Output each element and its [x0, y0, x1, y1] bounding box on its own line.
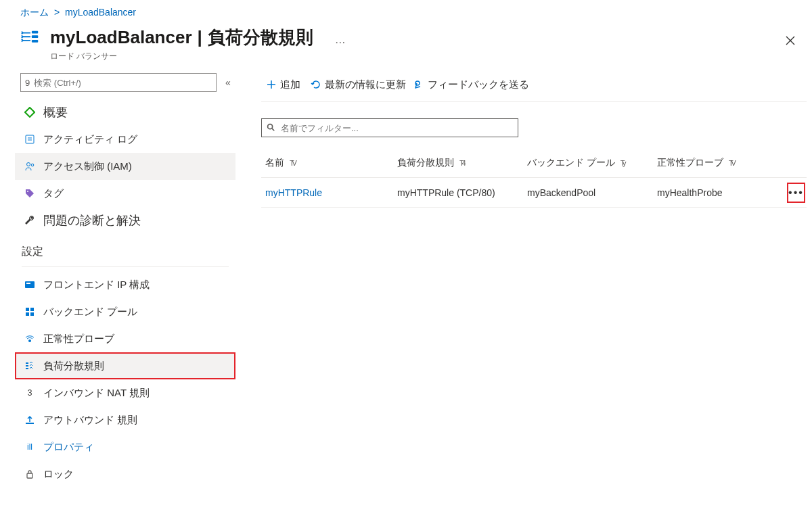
add-button[interactable]: 追加 [261, 76, 304, 94]
svg-point-16 [28, 339, 31, 342]
sidebar-item-label: アクティビティ ログ [43, 133, 137, 146]
rules-table: 名前 TV 負荷分散規則 T4 バックエンド プール Ty 正常性プローブ TV [261, 148, 807, 208]
sidebar-divider [22, 266, 229, 267]
col-header-rule-label: 負荷分散規則 [397, 157, 454, 168]
sidebar-item-label: アクセス制御 (IAM) [43, 160, 132, 173]
svg-rect-12 [26, 308, 29, 311]
filter-input[interactable] [279, 122, 514, 134]
sidebar-item-health-probe[interactable]: 正常性プローブ [15, 325, 235, 352]
sort-icon: Ty [621, 159, 625, 167]
probe-icon [22, 333, 38, 344]
page-title-sep: | [198, 27, 202, 48]
breadcrumb: ホーム > myLoadBalancer [7, 0, 812, 22]
diamond-icon [22, 107, 38, 118]
svg-rect-18 [27, 473, 32, 478]
breadcrumb-home[interactable]: ホーム [20, 7, 49, 18]
sidebar-item-label: プロパティ [43, 441, 94, 454]
feedback-button[interactable]: フィードバックを送る [411, 76, 533, 94]
breadcrumb-resource[interactable]: myLoadBalancer [65, 7, 136, 18]
search-icon [266, 122, 279, 134]
tag-icon [22, 188, 38, 199]
close-button[interactable] [781, 31, 800, 50]
sidebar-item-lb-rules[interactable]: 負荷分散規則 [15, 352, 235, 379]
col-header-name[interactable]: 名前 TV [261, 157, 393, 169]
pool-cell: myBackendPool [523, 187, 653, 198]
sort-icon: T4 [459, 159, 464, 167]
backend-icon [22, 306, 38, 317]
svg-rect-14 [26, 312, 29, 316]
sidebar-item-tags[interactable]: タグ [15, 180, 235, 207]
svg-rect-15 [30, 312, 34, 316]
lock-icon [22, 469, 38, 479]
sidebar-item-iam[interactable]: アクセス制御 (IAM) [15, 153, 235, 180]
col-header-probe-label: 正常性プローブ [657, 157, 723, 168]
row-more-button[interactable]: ••• [787, 183, 805, 203]
frontend-icon [22, 279, 38, 290]
sidebar-collapse-button[interactable]: « [221, 77, 235, 88]
sidebar-item-label: フロントエンド IP 構成 [43, 279, 150, 291]
svg-point-9 [27, 191, 28, 192]
properties-icon: ill [22, 442, 38, 452]
col-header-probe[interactable]: 正常性プローブ TV [653, 157, 783, 169]
svg-point-20 [268, 124, 273, 128]
outbound-icon [22, 415, 38, 425]
people-icon [22, 161, 38, 172]
feedback-label: フィードバックを送る [428, 78, 529, 91]
col-header-pool[interactable]: バックエンド プール Ty [523, 157, 653, 169]
props-prefix: ill [27, 442, 32, 452]
sidebar-item-outbound-rules[interactable]: アウトバウンド 規則 [15, 406, 235, 433]
page-title-sub: 負荷分散規則 [208, 26, 313, 49]
sidebar-item-diagnose[interactable]: 問題の診断と解決 [15, 207, 235, 234]
svg-point-7 [27, 163, 30, 166]
svg-rect-0 [32, 31, 38, 34]
sidebar-item-label: ロック [43, 468, 74, 481]
search-badge: 9 [25, 78, 30, 88]
sidebar-item-locks[interactable]: ロック [15, 461, 235, 488]
feedback-icon [413, 78, 425, 91]
more-icon: ••• [788, 187, 804, 199]
sidebar-section-label: 設定 [22, 245, 43, 259]
svg-point-8 [31, 164, 34, 166]
col-header-pool-label: バックエンド プール [527, 157, 615, 168]
sidebar-item-label: 問題の診断と解決 [43, 212, 141, 229]
filter-box[interactable] [261, 118, 518, 137]
svg-rect-11 [26, 283, 30, 284]
resource-type-label: ロード バランサー [50, 51, 346, 62]
svg-rect-1 [32, 35, 38, 38]
sidebar-item-label: アウトバウンド 規則 [43, 414, 137, 427]
sidebar: 9 « 概要 アクティビティ ログ [15, 72, 238, 515]
rule-name-link[interactable]: myHTTPRule [265, 187, 322, 198]
refresh-button[interactable]: 最新の情報に更新 [306, 76, 410, 94]
svg-rect-2 [32, 40, 38, 43]
sidebar-item-backend-pool[interactable]: バックエンド プール [15, 298, 235, 325]
sidebar-item-properties[interactable]: ill プロパティ [15, 433, 235, 461]
blade-header: myLoadBalancer | 負荷分散規則 … ロード バランサー [7, 22, 812, 72]
svg-line-21 [272, 128, 275, 131]
col-header-name-label: 名前 [265, 157, 284, 168]
plus-icon [265, 78, 277, 91]
sidebar-item-nat-rules[interactable]: 3 インバウンド NAT 規則 [15, 379, 235, 406]
sidebar-search[interactable]: 9 [20, 73, 217, 92]
page-title-resource: myLoadBalancer [50, 27, 192, 48]
col-header-rule[interactable]: 負荷分散規則 T4 [393, 157, 523, 169]
sidebar-item-label: インバウンド NAT 規則 [43, 387, 150, 400]
rule-cell: myHTTPRule (TCP/80) [393, 187, 523, 198]
sidebar-item-frontend-ip[interactable]: フロントエンド IP 構成 [15, 271, 235, 298]
toolbar-divider [261, 101, 807, 102]
add-label: 追加 [280, 78, 300, 91]
sidebar-item-label: バックエンド プール [43, 306, 137, 319]
sidebar-search-input[interactable] [32, 77, 212, 89]
nat-prefix: 3 [28, 388, 32, 398]
lb-rules-icon [22, 360, 38, 371]
table-row: myHTTPRule myHTTPRule (TCP/80) myBackend… [261, 178, 807, 208]
toolbar: 追加 最新の情報に更新 フィードバックを送る [261, 72, 807, 97]
refresh-label: 最新の情報に更新 [325, 78, 406, 91]
sidebar-item-overview[interactable]: 概要 [15, 99, 235, 126]
header-more-button[interactable]: … [335, 34, 346, 46]
probe-cell: myHealthProbe [653, 187, 783, 198]
sidebar-item-activity-log[interactable]: アクティビティ ログ [15, 126, 235, 153]
sort-icon: TV [290, 159, 295, 167]
sidebar-item-label: 正常性プローブ [43, 333, 114, 346]
sort-icon: TV [729, 159, 734, 167]
sidebar-item-label: 概要 [43, 104, 68, 120]
